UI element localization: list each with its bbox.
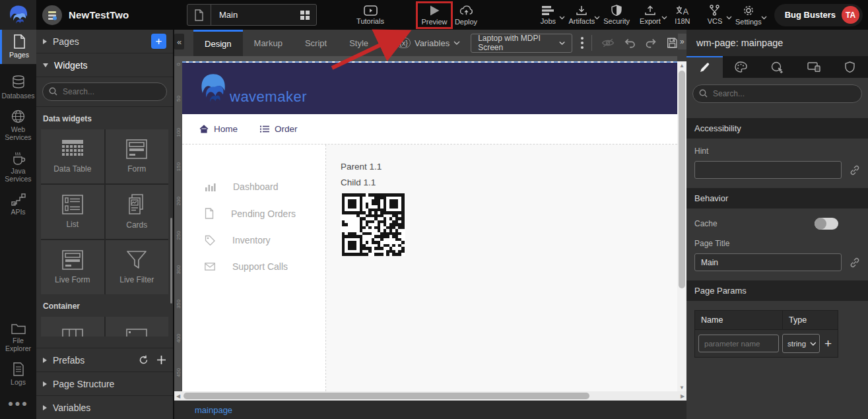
scroll-up-arrow-icon[interactable]: ▲ [677,61,686,69]
widget-live-filter[interactable]: Live Filter [106,240,169,294]
page-header-widget[interactable]: wavemaker [182,63,677,114]
page-structure-section-header[interactable]: Page Structure [36,371,173,395]
vertical-scroll-thumb[interactable] [679,71,685,288]
rail-item-web-services[interactable]: Web Services [0,105,36,146]
hint-input[interactable] [694,161,842,179]
folder-icon [11,323,26,335]
menu-item-support-calls[interactable]: Support Calls [182,253,325,280]
form-icon [126,139,147,159]
widget-data-table[interactable]: Data Table [41,129,104,183]
cache-toggle[interactable] [815,218,838,230]
rail-item-databases[interactable]: Databases [0,71,36,105]
nav-item-order[interactable]: Order [260,124,298,134]
prefabs-expand-arrow-icon [43,358,47,363]
deploy-button[interactable]: Deploy [449,2,483,28]
vcs-button[interactable]: VCS [702,2,728,28]
live-form-icon [62,250,83,270]
add-page-button[interactable]: + [151,34,166,49]
properties-search-input[interactable] [692,84,862,103]
page-title-label: Page Title [694,239,860,248]
hint-bind-link-icon[interactable] [850,165,860,176]
canvas-more-menu[interactable] [581,37,584,49]
canvas-vertical-scrollbar[interactable]: ▲ ▼ [677,61,686,391]
i18n-button[interactable]: A I18N [669,2,696,28]
tab-devices[interactable] [795,56,832,78]
page-params-section-header: Page Params [686,280,868,301]
scroll-left-arrow-icon[interactable]: ◀ [174,391,182,401]
widget-panel-partial[interactable] [106,317,169,337]
menu-item-dashboard[interactable]: Dashboard [182,174,325,200]
open-page-tab-mainpage[interactable]: mainpage [174,405,232,415]
tab-security[interactable] [832,56,868,78]
settings-button[interactable]: Settings [734,2,763,28]
wavemaker-studio-logo[interactable] [0,0,36,30]
page-title-bind-link-icon[interactable] [850,257,860,268]
nav-item-home[interactable]: Home [199,124,238,134]
menu-item-pending-orders[interactable]: Pending Orders [182,200,325,227]
tab-markup[interactable]: Markup [243,30,294,56]
tab-script[interactable]: Script [294,30,338,56]
save-icon[interactable] [667,36,678,49]
scroll-right-arrow-icon[interactable]: ▶ [679,391,686,401]
preview-button[interactable]: Preview [416,1,453,29]
tab-styles[interactable] [723,56,759,78]
rail-item-file-explorer[interactable]: File Explorer [0,318,36,358]
device-selector[interactable]: Laptop with MDPI Screen [471,34,572,53]
collapse-left-panel-button[interactable]: « [174,34,184,49]
variables-dropdown[interactable]: {x} Variables [397,30,460,56]
page-selector[interactable]: Main [187,4,317,26]
artifacts-button[interactable]: Artifacts [567,2,596,28]
toggle-visibility-icon[interactable] [601,37,615,49]
rail-item-logs[interactable]: Logs [0,358,36,391]
expand-right-panel-button[interactable]: » [678,34,686,49]
horizontal-scroll-thumb[interactable] [184,393,589,399]
rail-more-button[interactable]: ●●● [0,391,36,415]
widget-form[interactable]: Form [106,129,169,183]
team-button[interactable]: Bug Busters TA [774,4,863,26]
tab-style[interactable]: Style [338,30,380,56]
design-canvas-page[interactable]: wavemaker Home Order Dashboard [182,61,677,391]
left-panel-scrollbar[interactable] [170,218,172,304]
wavemaker-brand-logo: wavemaker [198,71,307,106]
user-avatar[interactable]: TA [842,6,859,24]
prefabs-add-icon[interactable] [156,355,166,365]
jobs-button[interactable]: Jobs [535,2,561,28]
tutorials-button[interactable]: Tutorials [349,2,391,28]
security-button[interactable]: Security [602,2,631,28]
properties-panel-title: wm-page: mainpage [686,30,868,56]
prefabs-refresh-icon[interactable] [139,355,149,365]
redo-icon[interactable] [645,37,657,49]
variables-section-header[interactable]: Variables [36,395,173,419]
param-name-input[interactable] [698,335,779,352]
add-param-button[interactable]: + [823,337,833,351]
project-icon [42,5,62,25]
rail-item-java-services[interactable]: Java Services [0,146,36,188]
scroll-down-arrow-icon[interactable]: ▼ [677,383,686,391]
tab-properties[interactable] [686,56,723,78]
prefabs-section-header[interactable]: Prefabs [36,348,173,371]
widgets-section-header[interactable]: Widgets [36,53,173,77]
pages-section-header[interactable]: Pages + [36,30,173,53]
undo-icon[interactable] [624,37,636,49]
document-icon [205,208,214,219]
page-grid-icon[interactable] [300,10,316,20]
widget-list[interactable]: List [41,185,104,239]
widget-live-form[interactable]: Live Form [41,240,104,294]
canvas-horizontal-scrollbar[interactable]: ◀ ▶ [174,391,686,401]
pages-icon [13,34,26,49]
rail-item-pages[interactable]: Pages [0,30,36,64]
tab-design[interactable]: Design [193,30,242,56]
export-button[interactable]: Export [637,2,663,28]
widget-cards[interactable]: Cards [106,185,169,239]
param-type-select[interactable]: string [782,334,820,353]
widget-search-input[interactable] [42,82,167,101]
properties-tabs [686,56,868,78]
shield-outline-icon [845,61,855,73]
page-title-input[interactable] [694,253,842,271]
rail-item-apis[interactable]: APIs [0,188,36,221]
page-body: Dashboard Pending Orders Inventory Suppo… [182,145,677,391]
list-icon [62,195,83,214]
menu-item-inventory[interactable]: Inventory [182,227,325,253]
widget-container-partial[interactable] [41,317,104,337]
tab-events[interactable] [759,56,795,78]
